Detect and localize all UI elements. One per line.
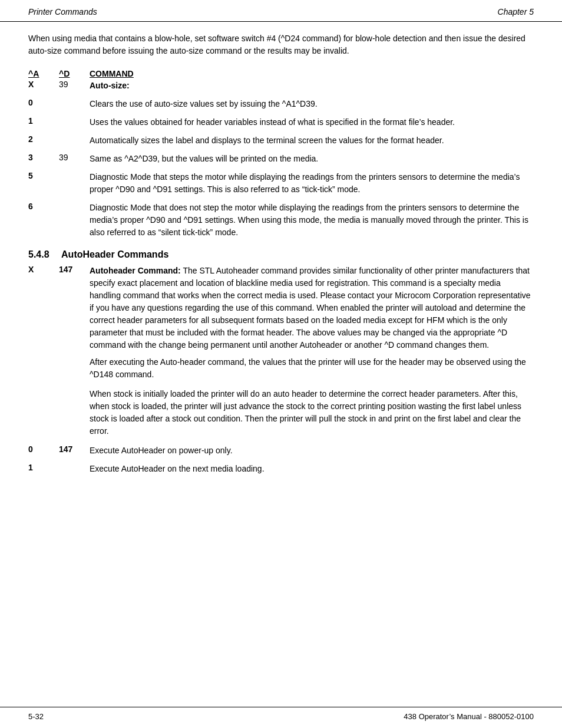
autosize-header-row: X 39 Auto-size: <box>28 80 534 92</box>
col-header-a: ^A <box>28 69 59 78</box>
page-content: When using media that contains a blow-ho… <box>0 32 562 707</box>
bottom-rows: 0 147 Execute AutoHeader on power-up onl… <box>28 444 534 475</box>
autoheader-a: X <box>28 265 59 274</box>
column-headers: ^A ^D COMMAND <box>28 69 534 78</box>
table-row: 0 147 Execute AutoHeader on power-up onl… <box>28 444 534 457</box>
row-a: 0 <box>28 444 59 454</box>
footer-page-number: 5-32 <box>28 712 44 721</box>
row-a: 6 <box>28 202 59 211</box>
row-d: 147 <box>59 444 90 454</box>
row-text: Same as ^A2^D39, but the values will be … <box>90 153 534 165</box>
intro-paragraph: When using media that contains a blow-ho… <box>28 32 534 57</box>
footer-manual-title: 438 Operator’s Manual - 880052-0100 <box>404 712 534 721</box>
page-footer: 5-32 438 Operator’s Manual - 880052-0100 <box>0 707 562 728</box>
autoheader-d: 147 <box>59 265 90 274</box>
row-text: Diagnostic Mode that does not step the m… <box>90 202 534 239</box>
row-text: Execute AutoHeader on the next media loa… <box>90 463 534 475</box>
row-text: Diagnostic Mode that steps the motor whi… <box>90 171 534 196</box>
col-header-d: ^D <box>59 69 90 78</box>
autoheader-para1: After executing the Auto-header command,… <box>90 356 534 381</box>
section-heading: 5.4.8 AutoHeader Commands <box>28 249 534 260</box>
page-header: Printer Commands Chapter 5 <box>0 0 562 22</box>
table-row: 0 Clears the use of auto-size values set… <box>28 98 534 110</box>
table-row: 3 39 Same as ^A2^D39, but the values wil… <box>28 153 534 165</box>
row-a: 1 <box>28 116 59 126</box>
row-a: 5 <box>28 171 59 180</box>
table-row: 1 Uses the values obtained for header va… <box>28 116 534 129</box>
header-chapter-number: Chapter 5 <box>498 7 534 17</box>
row-x-d: 39 <box>59 80 90 89</box>
page: Printer Commands Chapter 5 When using me… <box>0 0 562 728</box>
section-title: AutoHeader Commands <box>61 249 168 259</box>
autoheader-label: Autoheader Command: <box>90 266 181 275</box>
row-text: Clears the use of auto-size values set b… <box>90 98 534 110</box>
data-rows: 0 Clears the use of auto-size values set… <box>28 98 534 239</box>
row-text: Automatically sizes the label and displa… <box>90 134 534 147</box>
table-row: 1 Execute AutoHeader on the next media l… <box>28 463 534 475</box>
row-a: 2 <box>28 134 59 144</box>
section-number: 5.4.8 <box>28 249 49 259</box>
table-row: 5 Diagnostic Mode that steps the motor w… <box>28 171 534 196</box>
autosize-label: Auto-size: <box>90 80 534 92</box>
row-d: 39 <box>59 153 90 162</box>
autoheader-body: The STL Autoheader command provides simi… <box>90 266 531 350</box>
col-header-cmd: COMMAND <box>90 69 134 78</box>
row-a: 1 <box>28 463 59 472</box>
table-row: 6 Diagnostic Mode that does not step the… <box>28 202 534 239</box>
row-text: Uses the values obtained for header vari… <box>90 116 534 129</box>
autoheader-text: Autoheader Command: The STL Autoheader c… <box>90 265 534 351</box>
header-chapter-title: Printer Commands <box>28 7 97 17</box>
row-text: Execute AutoHeader on power-up only. <box>90 444 534 457</box>
table-row: 2 Automatically sizes the label and disp… <box>28 134 534 147</box>
row-x-a: X <box>28 80 59 89</box>
autoheader-main-row: X 147 Autoheader Command: The STL Autohe… <box>28 265 534 351</box>
autoheader-para2: When stock is initially loaded the print… <box>90 388 534 437</box>
row-a: 0 <box>28 98 59 107</box>
row-a: 3 <box>28 153 59 162</box>
